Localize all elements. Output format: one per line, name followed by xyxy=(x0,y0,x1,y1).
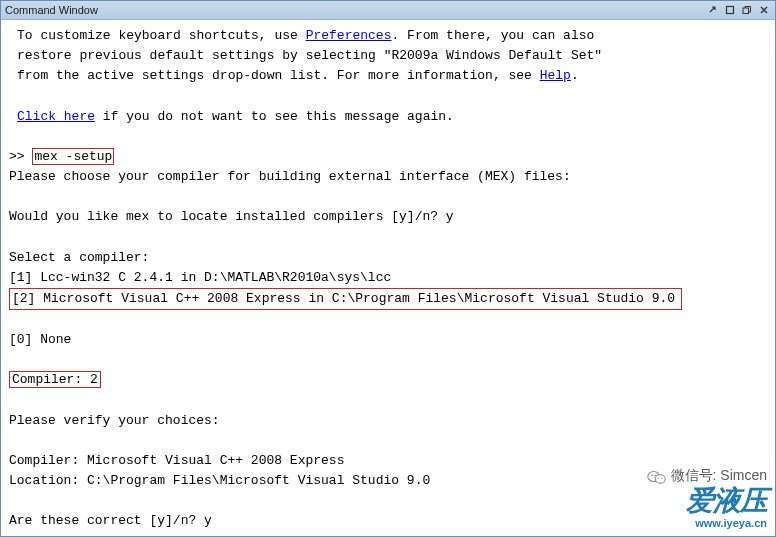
output-line: Are these correct [y]/n? y xyxy=(9,511,767,531)
compiler-option: [0] None xyxy=(9,330,767,350)
restore-button[interactable] xyxy=(740,4,754,16)
intro-line: restore previous default settings by sel… xyxy=(9,46,767,66)
help-link[interactable]: Help xyxy=(540,68,571,83)
title-bar: Command Window xyxy=(1,1,775,20)
window-title: Command Window xyxy=(5,4,98,16)
output-line: Location: C:\Program Files\Microsoft Vis… xyxy=(9,471,767,491)
intro-line: To customize keyboard shortcuts, use Pre… xyxy=(9,26,767,46)
window-controls xyxy=(706,4,771,16)
output-line: Please choose your compiler for building… xyxy=(9,167,767,187)
output-line: Select a compiler: xyxy=(9,248,767,268)
output-line: Please verify your choices: xyxy=(9,411,767,431)
compiler-option: [1] Lcc-win32 C 2.4.1 in D:\MATLAB\R2010… xyxy=(9,268,767,288)
close-button[interactable] xyxy=(757,4,771,16)
preferences-link[interactable]: Preferences xyxy=(306,28,392,43)
compiler-answer: Compiler: 2 xyxy=(9,370,767,390)
intro-line: from the active settings drop-down list.… xyxy=(9,66,767,86)
svg-rect-1 xyxy=(743,8,749,14)
svg-rect-0 xyxy=(727,7,734,14)
maximize-button[interactable] xyxy=(723,4,737,16)
mex-setup-command: mex -setup xyxy=(32,148,114,165)
output-line: Would you like mex to locate installed c… xyxy=(9,207,767,227)
console-output[interactable]: To customize keyboard shortcuts, use Pre… xyxy=(1,20,775,536)
compiler-option-selected: [2] Microsoft Visual C++ 2008 Express in… xyxy=(9,288,767,310)
command-window: Command Window To customize keyboard sho… xyxy=(0,0,776,537)
output-line: Compiler: Microsoft Visual C++ 2008 Expr… xyxy=(9,451,767,471)
prompt-line: >> mex -setup xyxy=(9,147,767,167)
undock-button[interactable] xyxy=(706,4,720,16)
clickhere-line: Click here if you do not want to see thi… xyxy=(9,107,767,127)
clickhere-link[interactable]: Click here xyxy=(17,109,95,124)
